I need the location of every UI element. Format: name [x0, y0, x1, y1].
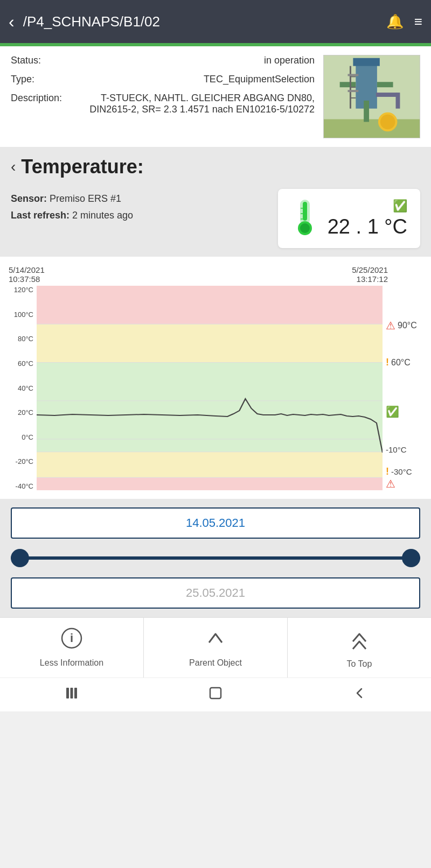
temp-header: ‹ Temperature: — [11, 156, 420, 178]
type-value: TEC_EquipmentSelection — [81, 74, 315, 85]
to-top-button[interactable]: To Top — [288, 618, 431, 678]
svg-rect-3 — [353, 58, 379, 66]
android-home-button[interactable] — [208, 686, 223, 704]
android-nav — [0, 678, 431, 711]
warning-icon-n30: ! — [386, 466, 389, 477]
svg-rect-25 — [37, 324, 383, 362]
svg-point-8 — [380, 115, 395, 130]
svg-rect-37 — [66, 688, 69, 698]
svg-rect-14 — [348, 90, 359, 92]
type-row: Type: TEC_EquipmentSelection — [11, 74, 315, 85]
sensor-info: Sensor: Premiso ERS #1 Last refresh: 2 m… — [11, 189, 269, 221]
alert-icon-top: ⚠ — [386, 319, 395, 332]
menu-icon[interactable]: ≡ — [414, 13, 422, 30]
y-label-120: 120°C — [14, 286, 33, 294]
description-label: Description: — [11, 93, 81, 104]
status-row: Status: in operation — [11, 55, 315, 66]
type-label: Type: — [11, 74, 81, 85]
y-label-0: 0°C — [22, 433, 33, 441]
back-button[interactable]: ‹ — [9, 12, 15, 32]
y-label-n40: -40°C — [16, 482, 33, 490]
svg-rect-26 — [37, 363, 383, 452]
equipment-svg — [324, 55, 420, 138]
parent-object-button[interactable]: Parent Object — [144, 618, 288, 678]
info-left: Status: in operation Type: TEC_Equipment… — [11, 55, 315, 138]
temp-value: 22 . 1 °C — [328, 215, 407, 238]
warning-60: ! 60°C — [386, 357, 411, 368]
info-icon: i — [61, 627, 82, 654]
last-refresh: Last refresh: 2 minutes ago — [11, 210, 269, 221]
to-top-label: To Top — [347, 659, 372, 669]
svg-rect-16 — [396, 93, 400, 109]
check-badge: ✅ — [393, 199, 407, 213]
y-label-n20: -20°C — [16, 457, 33, 465]
svg-rect-6 — [364, 101, 369, 122]
header: ‹ /P4_SCHNAPS/B1/02 🔔 ≡ — [0, 0, 431, 43]
chart-dates: 5/14/2021 10:37:58 5/25/2021 13:17:12 — [9, 265, 431, 284]
android-recent-button[interactable] — [64, 686, 79, 704]
temperature-section: ‹ Temperature: Sensor: Premiso ERS #1 La… — [0, 147, 431, 257]
less-info-label: Less Information — [40, 658, 103, 668]
alert-bottom: ⚠ — [386, 477, 395, 490]
status-label: Status: — [11, 55, 81, 66]
warning-n30: ! -30°C — [386, 466, 412, 477]
svg-rect-4 — [340, 82, 356, 87]
svg-rect-5 — [377, 82, 393, 87]
bell-icon[interactable]: 🔔 — [386, 13, 404, 30]
svg-rect-38 — [71, 688, 73, 698]
label-90c: 90°C — [398, 321, 417, 330]
y-label-100: 100°C — [14, 310, 33, 319]
check-icon-normal: ✅ — [386, 405, 399, 418]
svg-rect-24 — [37, 286, 383, 324]
chart-date-start: 5/14/2021 10:37:58 — [9, 265, 45, 284]
alert-icon-bottom: ⚠ — [386, 477, 395, 490]
thermometer-icon — [291, 197, 319, 239]
to-top-icon — [349, 626, 370, 655]
start-date-input[interactable]: 14.05.2021 — [11, 507, 420, 539]
parent-object-label: Parent Object — [189, 658, 242, 668]
svg-rect-28 — [37, 477, 383, 490]
n10-value: -10°C — [386, 445, 407, 454]
label-60c: 60°C — [391, 358, 411, 368]
n30-value: -30°C — [391, 467, 412, 476]
svg-rect-27 — [37, 452, 383, 478]
svg-rect-13 — [348, 74, 359, 76]
bottom-nav: i Less Information Parent Object To Top — [0, 617, 431, 678]
temp-content: Sensor: Premiso ERS #1 Last refresh: 2 m… — [11, 189, 420, 248]
svg-point-20 — [300, 223, 310, 233]
chart-right-labels: ⚠ 90°C ! 60°C ✅ -10°C ! -30°C ⚠ — [383, 286, 431, 490]
temp-title: Temperature: — [21, 156, 143, 178]
svg-rect-15 — [376, 93, 398, 97]
sensor-label: Sensor: Premiso ERS #1 — [11, 193, 269, 204]
y-label-40: 40°C — [18, 384, 33, 392]
svg-text:i: i — [70, 631, 73, 645]
description-row: Description: T-STUECK, NAHTL. GLEICHER A… — [11, 93, 315, 115]
date-range-slider[interactable] — [11, 547, 420, 569]
info-section: Status: in operation Type: TEC_Equipment… — [0, 46, 431, 147]
android-back-button[interactable] — [352, 686, 367, 704]
status-value: in operation — [81, 55, 315, 66]
less-information-button[interactable]: i Less Information — [0, 618, 144, 678]
end-date-input[interactable]: 25.05.2021 — [11, 577, 420, 609]
chart-date-end: 5/25/2021 13:17:12 — [352, 265, 388, 284]
svg-rect-39 — [74, 688, 77, 698]
chart-area: 120°C 100°C 80°C 60°C 40°C 20°C 0°C -20°… — [9, 286, 431, 490]
description-value: T-STUECK, NAHTL. GLEICHER ABGANG DN80, D… — [81, 93, 315, 115]
slider-thumb-left[interactable] — [11, 549, 29, 567]
svg-rect-18 — [303, 202, 307, 221]
chart-svg — [37, 286, 383, 490]
parent-up-icon — [205, 627, 226, 654]
slider-track — [11, 556, 420, 560]
temp-display: ✅ 22 . 1 °C — [278, 189, 420, 248]
equipment-image — [323, 55, 420, 138]
alert-90: ⚠ 90°C — [386, 319, 417, 332]
date-section: 14.05.2021 25.05.2021 — [0, 499, 431, 617]
chart-section: 5/14/2021 10:37:58 5/25/2021 13:17:12 12… — [0, 257, 431, 499]
temp-value-container: ✅ 22 . 1 °C — [328, 199, 407, 238]
slider-thumb-right[interactable] — [402, 549, 420, 567]
y-label-80: 80°C — [18, 335, 33, 343]
temp-back-icon[interactable]: ‹ — [11, 158, 16, 175]
check-normal: ✅ — [386, 405, 399, 418]
y-label-60: 60°C — [18, 359, 33, 368]
chart-main — [37, 286, 383, 490]
